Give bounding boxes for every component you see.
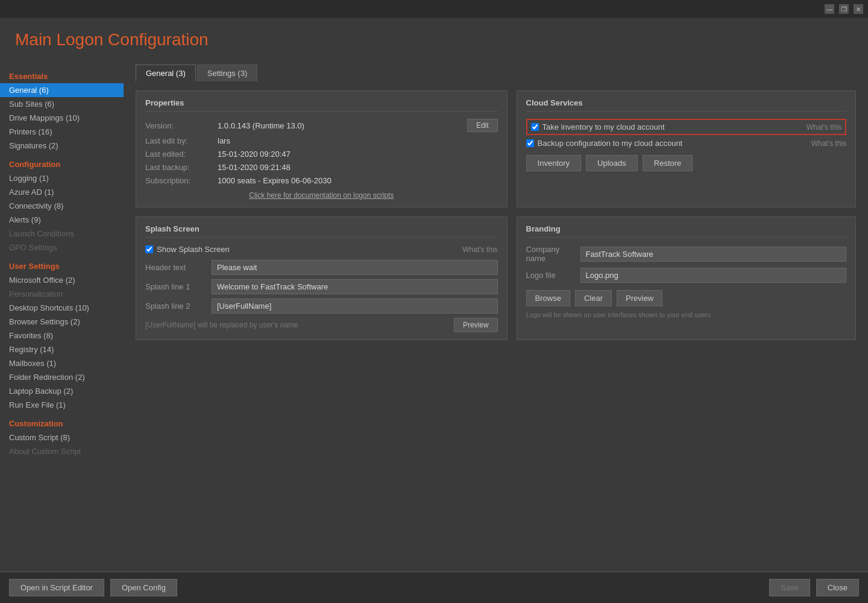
- sidebar-item-browser-settings[interactable]: Browser Settings (2): [0, 315, 124, 329]
- bottom-row: Splash Screen Show Splash Screen What's …: [136, 216, 856, 340]
- clear-button[interactable]: Clear: [575, 290, 612, 306]
- sidebar-item-custom-script[interactable]: Custom Script (8): [0, 431, 124, 444]
- tab-settings[interactable]: Settings (3): [197, 65, 257, 81]
- show-splash-label: Show Splash Screen: [157, 245, 230, 254]
- last-backup-value: 15-01-2020 09:21:48: [218, 163, 498, 172]
- splash-screen-title: Splash Screen: [145, 224, 498, 238]
- sidebar-item-general[interactable]: General (6): [0, 83, 124, 97]
- logo-file-input[interactable]: [580, 268, 846, 283]
- sidebar-item-personalization: Personalization: [0, 287, 124, 301]
- section-label-configuration: Configuration: [0, 153, 124, 171]
- tabs: General (3) Settings (3): [136, 65, 856, 81]
- uploads-button[interactable]: Uploads: [586, 155, 638, 171]
- sidebar-item-logging[interactable]: Logging (1): [0, 171, 124, 185]
- titlebar: — ❐ ✕: [0, 0, 868, 18]
- cloud-buttons: Inventory Uploads Restore: [526, 155, 846, 171]
- last-backup-row: Last backup: 15-01-2020 09:21:48: [145, 163, 498, 172]
- subscription-label: Subscription:: [145, 176, 218, 185]
- last-edited-value: 15-01-2020 09:20:47: [218, 150, 498, 159]
- sidebar-item-launch-conditions: Launch Conditions: [0, 227, 124, 241]
- sidebar-item-connectivity[interactable]: Connectivity (8): [0, 199, 124, 213]
- inventory-checkbox[interactable]: [531, 123, 539, 131]
- brand-buttons: Browse Clear Preview: [526, 290, 846, 306]
- sidebar-item-drive-mappings[interactable]: Drive Mappings (10): [0, 111, 124, 125]
- splash-line2-input[interactable]: [212, 298, 498, 314]
- close-button[interactable]: ✕: [854, 4, 863, 14]
- sidebar-item-microsoft-office[interactable]: Microsoft Office (2): [0, 273, 124, 287]
- splash-line1-input[interactable]: [212, 279, 498, 294]
- sidebar-item-sub-sites[interactable]: Sub Sites (6): [0, 97, 124, 111]
- main-panel: General (3) Settings (3) Properties Vers…: [124, 58, 868, 572]
- last-edited-row: Last edited: 15-01-2020 09:20:47: [145, 150, 498, 159]
- open-script-editor-button[interactable]: Open in Script Editor: [9, 579, 104, 596]
- docs-link[interactable]: Click here for documentation on logon sc…: [145, 191, 498, 200]
- splash-line2-row: Splash line 2: [145, 298, 498, 314]
- splash-preview-button[interactable]: Preview: [454, 318, 498, 332]
- logo-file-label: Logo file: [526, 271, 580, 280]
- cloud-services-title: Cloud Services: [526, 98, 846, 112]
- sidebar-item-printers[interactable]: Printers (16): [0, 125, 124, 139]
- backup-label: Backup configuration to my cloud account: [538, 139, 683, 148]
- backup-row: Backup configuration to my cloud account…: [526, 139, 846, 148]
- subscription-value: 1000 seats - Expires 06-06-2030: [218, 176, 498, 185]
- preview-button[interactable]: Preview: [617, 290, 662, 306]
- last-backup-label: Last backup:: [145, 163, 218, 172]
- subscription-row: Subscription: 1000 seats - Expires 06-06…: [145, 176, 498, 185]
- restore-button[interactable]: ❐: [839, 4, 849, 14]
- edit-button[interactable]: Edit: [467, 119, 498, 132]
- brand-hint: Logo will be shown on user interfaces sh…: [526, 311, 846, 318]
- backup-whats-this-link[interactable]: What's this: [811, 139, 846, 148]
- sidebar-item-registry[interactable]: Registry (14): [0, 343, 124, 356]
- properties-title: Properties: [145, 98, 498, 112]
- last-edit-by-label: Last edit by:: [145, 136, 218, 145]
- sidebar-item-alerts[interactable]: Alerts (9): [0, 213, 124, 227]
- close-button-footer[interactable]: Close: [816, 579, 859, 596]
- last-edit-by-row: Last edit by: lars: [145, 136, 498, 145]
- header-text-input[interactable]: [212, 260, 498, 275]
- sidebar-item-azure-ad[interactable]: Azure AD (1): [0, 185, 124, 199]
- company-name-row: Company name: [526, 245, 846, 263]
- browse-button[interactable]: Browse: [526, 290, 570, 306]
- tab-general[interactable]: General (3): [136, 65, 196, 81]
- show-splash-row: Show Splash Screen What's this: [145, 245, 498, 254]
- splash-hint-row: [UserFullName] will be replaced by user'…: [145, 318, 498, 332]
- show-splash-checkbox[interactable]: [145, 245, 153, 253]
- inventory-whats-this-link[interactable]: What's this: [807, 123, 841, 131]
- app-title: Main Logon Configuration: [15, 30, 853, 49]
- restore-button[interactable]: Restore: [643, 155, 693, 171]
- header-text-label: Header text: [145, 263, 212, 272]
- last-edit-by-value: lars: [218, 136, 498, 145]
- branding-title: Branding: [526, 224, 846, 238]
- sidebar-item-signatures[interactable]: Signatures (2): [0, 139, 124, 153]
- section-label-essentials: Essentials: [0, 65, 124, 83]
- sidebar-item-favorites[interactable]: Favorites (8): [0, 329, 124, 343]
- sidebar-item-laptop-backup[interactable]: Laptop Backup (2): [0, 384, 124, 398]
- sidebar-item-run-exe-file[interactable]: Run Exe File (1): [0, 398, 124, 412]
- section-label-user-settings: User Settings: [0, 254, 124, 273]
- sidebar-item-folder-redirection[interactable]: Folder Redirection (2): [0, 370, 124, 384]
- splash-line1-row: Splash line 1: [145, 279, 498, 294]
- footer-right: Save Close: [769, 579, 859, 596]
- version-label: Version:: [145, 121, 218, 130]
- version-value: 1.0.0.143 (Runtime 13.0): [218, 121, 461, 130]
- inventory-button[interactable]: Inventory: [526, 155, 581, 171]
- backup-checkbox[interactable]: [526, 139, 534, 147]
- splash-whats-this-link[interactable]: What's this: [462, 245, 497, 254]
- version-row: Version: 1.0.0.143 (Runtime 13.0) Edit: [145, 119, 498, 132]
- minimize-button[interactable]: —: [825, 4, 834, 14]
- inventory-label: Take inventory to my cloud account: [542, 122, 665, 131]
- cloud-services-panel: Cloud Services Take inventory to my clou…: [517, 90, 856, 207]
- sections-grid: Properties Version: 1.0.0.143 (Runtime 1…: [136, 90, 856, 340]
- sidebar-item-desktop-shortcuts[interactable]: Desktop Shortcuts (10): [0, 301, 124, 315]
- top-row: Properties Version: 1.0.0.143 (Runtime 1…: [136, 90, 856, 207]
- save-button[interactable]: Save: [769, 579, 810, 596]
- sidebar-item-mailboxes[interactable]: Mailboxes (1): [0, 356, 124, 370]
- logo-file-row: Logo file: [526, 268, 846, 283]
- inventory-row: Take inventory to my cloud account What'…: [526, 119, 846, 135]
- header-text-row: Header text: [145, 260, 498, 275]
- splash-line1-label: Splash line 1: [145, 282, 212, 291]
- open-config-button[interactable]: Open Config: [110, 579, 177, 596]
- footer-left: Open in Script Editor Open Config: [9, 579, 763, 596]
- company-name-input[interactable]: [580, 247, 846, 262]
- properties-panel: Properties Version: 1.0.0.143 (Runtime 1…: [136, 90, 508, 207]
